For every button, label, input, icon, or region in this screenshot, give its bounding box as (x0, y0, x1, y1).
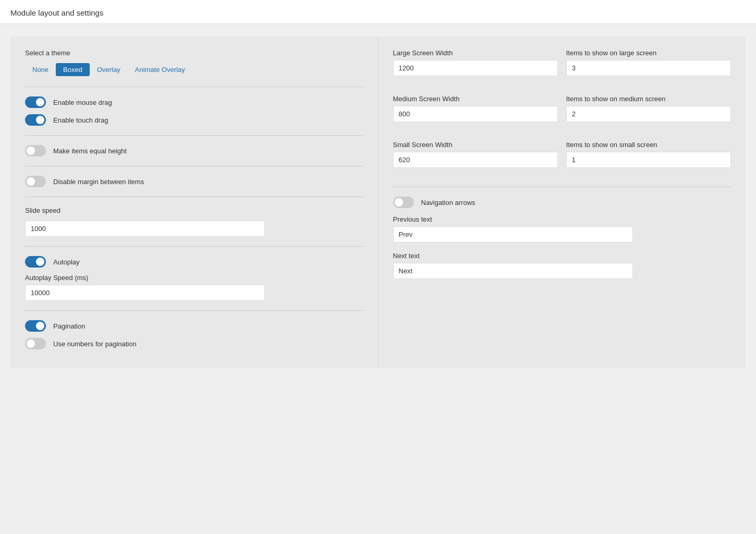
next-text-label: Next text (393, 252, 731, 260)
small-screen-width-input[interactable] (393, 152, 558, 168)
mouse-drag-slider (25, 96, 46, 108)
theme-label: Select a theme (25, 49, 363, 57)
medium-screen-items-label: Items to show on medium screen (566, 95, 731, 103)
slide-speed-label: Slide speed (25, 207, 363, 214)
equal-height-toggle[interactable] (25, 145, 46, 156)
right-column: Large Screen Width Items to show on larg… (379, 37, 746, 368)
left-column: Select a theme None Boxed Overlay Animat… (10, 37, 379, 368)
next-text-input[interactable] (393, 263, 633, 279)
autoplay-row: Autoplay (25, 256, 363, 268)
medium-screen-width-group: Medium Screen Width (393, 95, 558, 122)
touch-drag-toggle[interactable] (25, 114, 46, 126)
divider-5 (25, 246, 363, 247)
small-screen-items-label: Items to show on small screen (566, 141, 731, 149)
slide-speed-section: Slide speed (25, 207, 363, 237)
two-column-layout: Select a theme None Boxed Overlay Animat… (10, 37, 746, 368)
small-screen-width-label: Small Screen Width (393, 141, 558, 149)
autoplay-label: Autoplay (53, 258, 80, 266)
theme-btn-boxed[interactable]: Boxed (56, 63, 90, 76)
disable-margin-toggle[interactable] (25, 176, 46, 187)
medium-screen-items-input[interactable] (566, 106, 731, 122)
slide-speed-input[interactable] (25, 221, 265, 237)
small-screen-items-group: Items to show on small screen (566, 141, 731, 168)
small-screen-row: Small Screen Width Items to show on smal… (393, 141, 731, 177)
large-screen-width-group: Large Screen Width (393, 49, 558, 76)
touch-drag-row: Enable touch drag (25, 114, 363, 126)
pagination-numbers-slider (25, 338, 46, 349)
theme-section: Select a theme None Boxed Overlay Animat… (25, 49, 363, 76)
page-header: Module layout and settings (0, 0, 756, 24)
disable-margin-label: Disable margin between items (53, 178, 144, 186)
prev-text-input[interactable] (393, 226, 633, 242)
autoplay-speed-input[interactable] (25, 285, 265, 301)
large-screen-items-label: Items to show on large screen (566, 49, 731, 57)
medium-screen-width-label: Medium Screen Width (393, 95, 558, 103)
pagination-numbers-toggle[interactable] (25, 338, 46, 349)
equal-height-row: Make items equal height (25, 145, 363, 156)
pagination-numbers-label: Use numbers for pagination (53, 340, 137, 348)
autoplay-toggle[interactable] (25, 256, 46, 268)
pagination-row: Pagination (25, 320, 363, 332)
divider-3 (25, 166, 363, 166)
large-screen-row: Large Screen Width Items to show on larg… (393, 49, 731, 86)
prev-text-label: Previous text (393, 215, 731, 223)
page-content: Select a theme None Boxed Overlay Animat… (0, 24, 756, 381)
medium-screen-row: Medium Screen Width Items to show on med… (393, 95, 731, 131)
autoplay-slider (25, 256, 46, 268)
touch-drag-slider (25, 114, 46, 126)
theme-btn-animate-overlay[interactable]: Animate Overlay (128, 63, 192, 76)
mouse-drag-row: Enable mouse drag (25, 96, 363, 108)
disable-margin-slider (25, 176, 46, 187)
medium-screen-width-input[interactable] (393, 106, 558, 122)
theme-buttons: None Boxed Overlay Animate Overlay (25, 63, 363, 76)
mouse-drag-toggle[interactable] (25, 96, 46, 108)
pagination-label: Pagination (53, 322, 85, 330)
nav-arrows-label: Navigation arrows (421, 199, 475, 207)
nav-arrows-toggle[interactable] (393, 197, 414, 208)
divider-6 (25, 310, 363, 311)
page-title: Module layout and settings (10, 8, 746, 17)
divider-4 (25, 197, 363, 197)
nav-arrows-slider (393, 197, 414, 208)
pagination-slider (25, 320, 46, 332)
prev-text-group: Previous text (393, 215, 731, 242)
large-screen-width-input[interactable] (393, 60, 558, 76)
divider-1 (25, 87, 363, 87)
pagination-toggle[interactable] (25, 320, 46, 332)
right-divider-1 (393, 187, 731, 187)
autoplay-speed-section: Autoplay Speed (ms) (25, 274, 363, 301)
divider-2 (25, 135, 363, 136)
touch-drag-label: Enable touch drag (53, 116, 108, 124)
theme-btn-none[interactable]: None (25, 63, 56, 76)
equal-height-label: Make items equal height (53, 147, 127, 155)
large-screen-items-input[interactable] (566, 60, 731, 76)
large-screen-width-label: Large Screen Width (393, 49, 558, 57)
pagination-numbers-row: Use numbers for pagination (25, 338, 363, 349)
equal-height-slider (25, 145, 46, 156)
large-screen-items-group: Items to show on large screen (566, 49, 731, 76)
next-text-group: Next text (393, 252, 731, 279)
small-screen-width-group: Small Screen Width (393, 141, 558, 168)
nav-arrows-row: Navigation arrows (393, 197, 731, 208)
theme-btn-overlay[interactable]: Overlay (90, 63, 128, 76)
autoplay-speed-label: Autoplay Speed (ms) (25, 274, 363, 282)
disable-margin-row: Disable margin between items (25, 176, 363, 187)
medium-screen-items-group: Items to show on medium screen (566, 95, 731, 122)
mouse-drag-label: Enable mouse drag (53, 99, 112, 106)
small-screen-items-input[interactable] (566, 152, 731, 168)
